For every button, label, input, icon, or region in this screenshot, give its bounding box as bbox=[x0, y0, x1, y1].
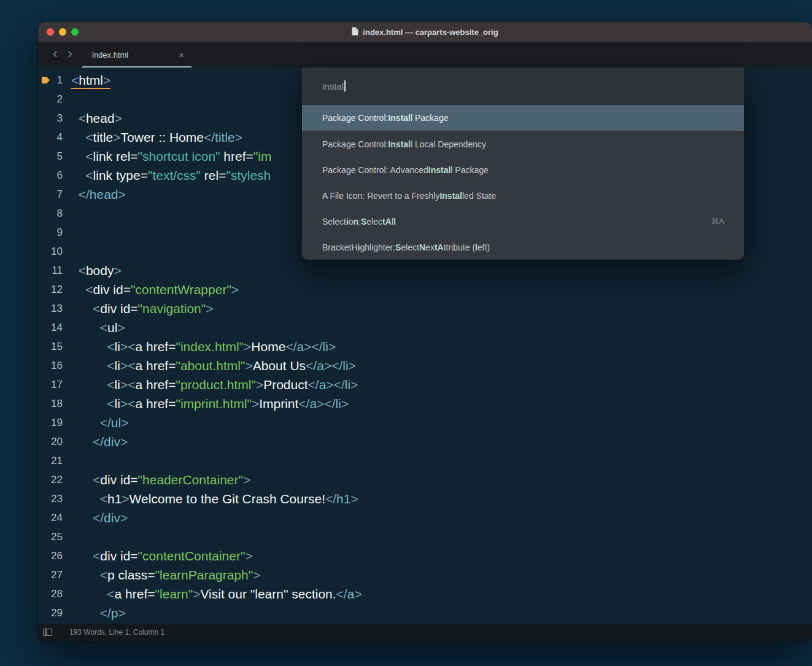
palette-item-text: ex bbox=[425, 242, 435, 252]
code-line[interactable]: 25 bbox=[38, 527, 812, 546]
code-line-text: <ul> bbox=[71, 318, 125, 337]
palette-item-text: l Local Dependency bbox=[411, 139, 486, 149]
back-icon[interactable]: ‹ bbox=[53, 46, 58, 61]
line-number: 23 bbox=[38, 489, 71, 508]
line-number: 7 bbox=[38, 185, 71, 204]
window-title: index.html — carparts-website_orig bbox=[363, 28, 498, 37]
palette-item[interactable]: Package Control: Install Package bbox=[302, 105, 744, 131]
code-line-text: </div> bbox=[71, 432, 128, 451]
forward-icon[interactable]: › bbox=[68, 46, 72, 61]
code-line[interactable]: 14 <ul> bbox=[38, 318, 812, 337]
code-line[interactable]: 24 </div> bbox=[38, 508, 812, 527]
palette-item[interactable]: Selection: Select All⌘A bbox=[302, 208, 744, 234]
tab-bar: ‹ › index.html × bbox=[38, 42, 812, 68]
line-number: 5 bbox=[38, 147, 71, 166]
line-number: 20 bbox=[38, 432, 71, 451]
document-icon bbox=[352, 27, 358, 37]
code-line[interactable]: 11 <body> bbox=[38, 261, 812, 280]
line-number: 26 bbox=[38, 546, 71, 565]
code-line[interactable]: 22 <div id="headerContainer"> bbox=[38, 470, 812, 489]
code-line-text: <div id="headerContainer"> bbox=[71, 470, 250, 489]
code-line-text: <div id="contentContainer"> bbox=[71, 546, 253, 565]
code-line-text bbox=[71, 451, 75, 470]
line-number: 29 bbox=[38, 603, 71, 622]
code-line-text: <div id="contentWrapper"> bbox=[71, 280, 239, 299]
title-bar[interactable]: index.html — carparts-website_orig bbox=[38, 22, 812, 42]
code-line-text: <li><a href="imprint.html">Imprint</a></… bbox=[71, 394, 349, 413]
line-number: 17 bbox=[38, 375, 71, 394]
code-line-text: </div> bbox=[71, 508, 128, 527]
palette-item-text: Package Control: bbox=[322, 139, 388, 149]
minimize-button[interactable] bbox=[59, 28, 66, 36]
tab-close-icon[interactable]: × bbox=[179, 50, 184, 60]
code-line[interactable]: 16 <li><a href="about.html">About Us</a>… bbox=[38, 356, 812, 375]
code-line[interactable]: 17 <li><a href="product.html">Product</a… bbox=[38, 375, 812, 394]
palette-search-input[interactable]: instal bbox=[302, 68, 744, 105]
line-number: 1 bbox=[38, 71, 71, 90]
code-line-text bbox=[71, 527, 75, 546]
close-button[interactable] bbox=[47, 28, 54, 36]
code-line[interactable]: 23 <h1>Welcome to the Git Crash Course!<… bbox=[38, 489, 812, 508]
line-number: 21 bbox=[38, 451, 71, 470]
code-line-text: <li><a href="index.html">Home</a></li> bbox=[71, 337, 336, 356]
history-nav: ‹ › bbox=[38, 42, 82, 68]
zoom-button[interactable] bbox=[71, 28, 79, 36]
code-line[interactable]: 27 <p class="learnParagraph"> bbox=[38, 565, 812, 584]
palette-item-text: l Package bbox=[411, 113, 448, 123]
code-line[interactable]: 29 </p> bbox=[38, 603, 812, 622]
line-number: 19 bbox=[38, 413, 71, 432]
match-highlight-text: Instal bbox=[388, 113, 411, 123]
code-line-text: <title>Tower :: Home</title> bbox=[71, 128, 242, 147]
match-highlight-text: A bbox=[385, 217, 392, 227]
code-line-text: <a href="learn">Visit our "learn" sectio… bbox=[71, 584, 362, 603]
code-line-text: <link type="text/css" rel="stylesh bbox=[71, 166, 271, 185]
palette-item-text: ghlighter: bbox=[360, 242, 395, 252]
palette-item[interactable]: A File Icon: Revert to a Freshly Install… bbox=[302, 182, 744, 208]
line-number: 13 bbox=[38, 299, 71, 318]
match-highlight-text: Instal bbox=[439, 191, 462, 201]
palette-item-text: ttribute ( bbox=[444, 242, 475, 252]
palette-item[interactable]: Package Control: Advanced Install Packag… bbox=[302, 157, 744, 182]
palette-item[interactable]: BracketHighlighter: Select Next Attribut… bbox=[302, 234, 744, 260]
palette-item-text: l Package bbox=[450, 165, 488, 175]
line-number: 25 bbox=[38, 527, 71, 546]
tab-index-html[interactable]: index.html × bbox=[82, 42, 191, 68]
code-line[interactable]: 12 <div id="contentWrapper"> bbox=[38, 280, 812, 299]
traffic-lights bbox=[47, 28, 79, 36]
palette-item-text: elec bbox=[366, 217, 382, 227]
code-line-text bbox=[71, 204, 75, 223]
line-number: 3 bbox=[38, 109, 71, 128]
line-number: 8 bbox=[38, 204, 71, 223]
match-highlight-text: n bbox=[354, 217, 359, 227]
code-line[interactable]: 21 bbox=[38, 451, 812, 470]
code-line[interactable]: 28 <a href="learn">Visit our "learn" sec… bbox=[38, 584, 812, 603]
match-highlight-text: Instal bbox=[388, 139, 411, 149]
line-number: 11 bbox=[38, 261, 71, 280]
line-number: 14 bbox=[38, 318, 71, 337]
code-line-text: </p> bbox=[71, 603, 126, 622]
palette-item-text: BracketH bbox=[322, 242, 358, 252]
code-line[interactable]: 26 <div id="contentContainer"> bbox=[38, 546, 812, 565]
line-number: 27 bbox=[38, 565, 71, 584]
code-line[interactable]: 18 <li><a href="imprint.html">Imprint</a… bbox=[38, 394, 812, 413]
panel-toggle-icon[interactable] bbox=[43, 629, 52, 636]
palette-item-text: Package Control: Advanced bbox=[322, 165, 428, 175]
code-line-text: <li><a href="about.html">About Us</a></l… bbox=[71, 356, 356, 375]
code-line-text bbox=[71, 90, 75, 109]
line-number: 2 bbox=[38, 90, 71, 109]
line-number: 4 bbox=[38, 128, 71, 147]
tab-label: index.html bbox=[92, 50, 179, 60]
palette-item-text: o bbox=[349, 217, 354, 227]
code-line-text: <body> bbox=[71, 261, 122, 280]
line-number: 10 bbox=[38, 242, 71, 261]
code-line-text: <div id="navigation"> bbox=[71, 299, 214, 318]
code-line[interactable]: 19 </ul> bbox=[38, 413, 812, 432]
palette-item[interactable]: Package Control: Install Local Dependenc… bbox=[302, 131, 744, 157]
code-line[interactable]: 13 <div id="navigation"> bbox=[38, 299, 812, 318]
code-line[interactable]: 15 <li><a href="index.html">Home</a></li… bbox=[38, 337, 812, 356]
palette-item-text: Select bbox=[322, 217, 346, 227]
line-number: 16 bbox=[38, 356, 71, 375]
code-line-text: <p class="learnParagraph"> bbox=[71, 565, 261, 584]
match-highlight-text: N bbox=[419, 242, 425, 252]
code-line[interactable]: 20 </div> bbox=[38, 432, 812, 451]
